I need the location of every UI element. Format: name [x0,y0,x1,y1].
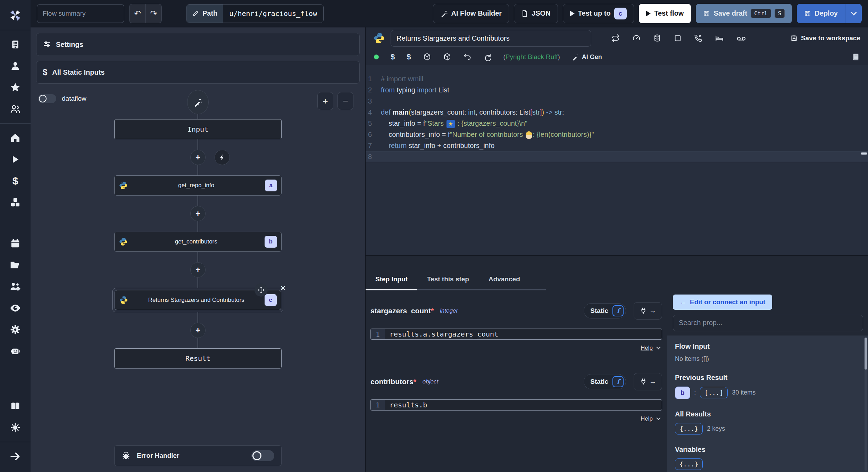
flow-step-node-a[interactable]: get_repo_info a [114,175,282,196]
expr-input-contributors[interactable]: 1 results.b [370,399,662,411]
delete-step-icon[interactable]: × [281,283,286,293]
json-button[interactable]: JSON [514,4,558,23]
variables-dollar-icon[interactable]: $ [8,173,23,189]
collapse-arrow-icon[interactable] [8,449,23,464]
all-static-inputs-button[interactable]: $ All Static Inputs [36,61,360,84]
chevron-down-icon[interactable] [656,345,661,349]
settings-gear-icon[interactable] [8,322,23,337]
tab-advanced[interactable]: Advanced [479,275,530,289]
help-link[interactable]: Help [641,345,653,351]
collapsed-object-badge[interactable]: {...} [675,423,703,434]
error-handler-toggle[interactable] [251,450,274,461]
package-icon[interactable] [423,53,431,61]
connect-plug-button[interactable]: → [634,302,662,320]
early-stop-square-icon[interactable] [674,34,682,42]
connect-plug-button[interactable]: → [634,373,662,390]
add-step-button[interactable]: + [190,150,206,165]
workspace-icon[interactable] [8,37,23,52]
result-node[interactable]: Result [114,348,282,369]
suspend-phone-icon[interactable] [694,34,702,42]
static-mode-toggle[interactable]: Static f [584,303,626,318]
expr-input-stargazers[interactable]: 1 results.a.stargazers_count [370,329,662,340]
function-mode-chip[interactable]: f [612,376,624,387]
retries-repeat-icon[interactable] [611,34,620,42]
expr-value[interactable]: results.a.stargazers_count [385,329,498,339]
variable-picker-icon[interactable]: $ [391,52,395,61]
move-handle-icon[interactable] [254,283,268,297]
ai-gen-button[interactable]: AI Gen [572,53,602,61]
zoom-out-button[interactable]: − [337,92,353,110]
audit-eye-icon[interactable] [8,300,23,316]
step-title-input[interactable] [391,30,591,47]
format-refresh-icon[interactable] [483,53,492,61]
editor-scrollbar-thumb[interactable] [861,152,867,155]
error-handler-row[interactable]: Error Handler [114,445,282,466]
chevron-down-icon[interactable] [656,416,661,420]
add-step-button[interactable]: + [190,206,206,221]
flow-summary-input[interactable] [37,4,124,23]
reset-undo-icon[interactable] [463,53,471,61]
deploy-button[interactable]: Deploy [797,4,845,23]
static-mode-toggle[interactable]: Static f [584,374,626,389]
package-icon[interactable] [443,53,451,61]
tab-test-this-step[interactable]: Test this step [417,275,479,289]
edit-or-connect-button[interactable]: ← Edit or connect an input [673,295,772,310]
save-to-workspace-button[interactable]: Save to workspace [791,34,860,42]
code-line[interactable]: 1# import wmill [366,73,868,84]
ai-graph-wand-button[interactable] [187,90,209,114]
code-editor[interactable]: 1# import wmill2from typing import List3… [366,65,868,256]
ai-flow-builder-button[interactable]: AI Flow Builder [433,4,509,23]
theme-sun-icon[interactable] [8,420,23,435]
tab-step-input[interactable]: Step Input [366,275,417,290]
folders-icon[interactable] [8,257,23,273]
sleep-bed-icon[interactable] [715,34,724,43]
cache-database-icon[interactable] [653,34,661,42]
code-line[interactable]: 5 star_info = f"Stars ★ : {stargazers_co… [366,118,868,129]
code-line[interactable]: 3 [366,96,868,107]
mock-voicemail-icon[interactable] [736,33,746,43]
input-node[interactable]: Input [114,119,282,139]
flow-step-node-b[interactable]: get_contributors b [114,232,282,252]
code-line[interactable]: 4def main(stargazers_count: int, contrib… [366,107,868,118]
user-icon[interactable] [8,58,23,74]
undo-button[interactable]: ↶ [130,4,145,23]
code-line[interactable]: 8 [366,151,868,162]
redo-button[interactable]: ↷ [145,4,161,23]
save-draft-button[interactable]: Save draft Ctrl S [696,4,792,23]
ai-robot-icon[interactable] [8,343,23,359]
function-mode-chip[interactable]: f [612,305,624,316]
groups-icon[interactable] [8,101,23,117]
code-line[interactable]: 6 contributors_info = f"Number of contri… [366,129,868,140]
add-step-button[interactable]: + [190,262,206,278]
schedules-calendar-icon[interactable] [8,236,23,251]
collapsed-object-badge[interactable]: {...} [675,458,703,470]
zoom-in-button[interactable]: + [317,92,333,110]
library-book-icon[interactable] [852,53,860,61]
prop-scrollbar-thumb[interactable] [865,338,867,370]
home-icon[interactable] [8,130,23,146]
settings-button[interactable]: Settings [36,33,360,56]
deploy-dropdown-button[interactable] [845,4,862,23]
path-group[interactable]: Path u/henri/gracious_flow [186,4,324,23]
test-up-to-button[interactable]: Test up to c [563,4,634,23]
resource-picker-icon[interactable]: $ [407,52,411,61]
add-step-button[interactable]: + [190,323,206,338]
collapsed-array-badge[interactable]: [...] [700,387,728,398]
expr-value[interactable]: results.b [385,400,427,410]
groups-settings-icon[interactable] [8,279,23,294]
help-link[interactable]: Help [641,415,653,422]
path-value[interactable]: u/henri/gracious_flow [223,5,323,23]
docs-book-icon[interactable] [8,398,23,414]
search-prop-input[interactable] [673,315,863,331]
dataflow-toggle[interactable] [38,94,56,103]
test-flow-button[interactable]: Test flow [639,4,691,23]
code-line[interactable]: 7 return star_info + contributors_info [366,140,868,151]
windmill-logo[interactable] [8,8,23,23]
trigger-bolt-button[interactable] [215,150,230,165]
resources-cubes-icon[interactable] [8,195,23,210]
favorites-star-icon[interactable] [8,80,23,95]
result-key-badge[interactable]: b [675,387,690,399]
runs-play-icon[interactable] [8,152,23,167]
concurrency-gauge-icon[interactable] [632,34,641,42]
code-line[interactable]: 2from typing import List [366,84,868,96]
